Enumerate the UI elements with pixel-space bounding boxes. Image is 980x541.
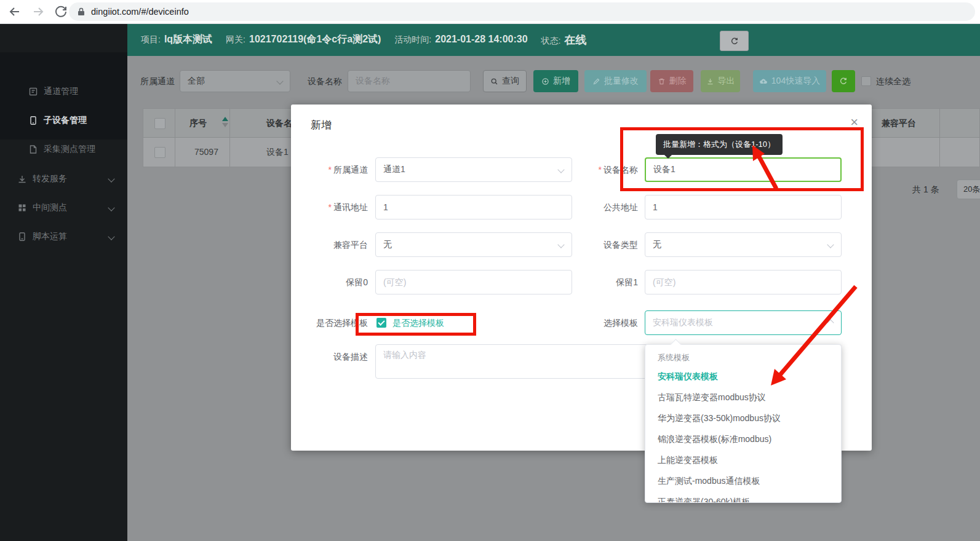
sidebar-item-label: 通道管理: [44, 86, 78, 97]
select-all-checkbox[interactable]: [861, 76, 871, 86]
public-addr-field[interactable]: [645, 195, 842, 219]
dropdown-option[interactable]: 生产测试-modbus通信模板: [645, 470, 841, 491]
device-name-placeholder: 设备名称: [356, 76, 390, 87]
reload-icon[interactable]: [54, 4, 68, 19]
back-icon[interactable]: [7, 4, 22, 19]
platform-label: 兼容平台: [291, 232, 368, 257]
refresh-icon: [839, 77, 848, 85]
template-label: 选择模板: [562, 310, 638, 335]
modal-title: 新增: [311, 118, 332, 132]
sidebar-item-channel-mgmt[interactable]: 通道管理: [0, 77, 127, 106]
close-icon[interactable]: ×: [850, 116, 858, 129]
gateway-label: 网关:: [226, 34, 245, 45]
sidebar-item-label: 采集测点管理: [44, 144, 95, 155]
header-checkbox[interactable]: [154, 118, 165, 129]
use-template-label: 是否选择模板: [291, 310, 368, 335]
refresh-icon: [730, 37, 739, 45]
device-name-label: *设备名称: [562, 157, 638, 182]
gateway-refresh-button[interactable]: [720, 31, 749, 51]
status-group: 状态: 在线: [541, 33, 587, 47]
channel-select[interactable]: 通道1: [375, 157, 572, 182]
add-button-label: 新增: [553, 76, 570, 87]
sidebar-item-middle-points[interactable]: 中间测点: [0, 193, 127, 222]
url-bar[interactable]: dingiiot.com/#/deviceinfo: [69, 2, 975, 21]
time-label: 活动时间:: [394, 34, 431, 45]
device-type-select-value: 无: [653, 239, 661, 250]
required-mark: *: [329, 202, 332, 212]
device-type-label: 设备类型: [562, 232, 638, 257]
sidebar-item-forward-service[interactable]: 转发服务: [0, 164, 127, 193]
reserve0-label: 保留0: [291, 270, 368, 294]
sidebar-item-label: 子设备管理: [44, 115, 87, 126]
cloud-upload-icon: [759, 77, 768, 85]
sidebar-item-label: 脚本运算: [33, 231, 67, 242]
template-select[interactable]: 安科瑞仪表模板: [645, 310, 842, 335]
sidebar-item-script[interactable]: 脚本运算: [0, 222, 127, 251]
dropdown-option[interactable]: 正泰逆变器(30-60k)模板: [645, 491, 841, 503]
device-filter-label: 设备名称: [308, 70, 342, 92]
reserve1-label: 保留1: [562, 270, 638, 294]
batch-add-tooltip: 批量新增：格式为（设备1-10）: [656, 134, 783, 155]
device-name-field[interactable]: [645, 157, 842, 182]
dropdown-option[interactable]: 锦浪逆变器模板(标准modbus): [645, 428, 841, 449]
project-group: 项目: lq版本测试: [141, 33, 212, 46]
row-checkbox[interactable]: [154, 147, 165, 158]
use-template-checkbox-label[interactable]: 是否选择模板: [392, 310, 444, 335]
tooltip-text: 批量新增：格式为（设备1-10）: [663, 140, 775, 149]
document-icon: [28, 144, 38, 154]
description-label: 设备描述: [291, 344, 368, 363]
tooltip-arrow: [664, 155, 672, 159]
public-addr-label: 公共地址: [562, 195, 638, 219]
time-value: 2021-01-28 14:00:30: [435, 34, 527, 45]
device-type-select[interactable]: 无: [645, 232, 842, 257]
export-button-label: 导出: [718, 76, 735, 87]
url-text: dingiiot.com/#/deviceinfo: [91, 7, 189, 17]
chevron-down-icon: [108, 233, 114, 240]
comm-addr-field[interactable]: [375, 195, 572, 219]
time-group: 活动时间: 2021-01-28 14:00:30: [394, 34, 527, 45]
delete-button[interactable]: 删除: [650, 70, 693, 92]
search-button[interactable]: 查询: [483, 70, 527, 92]
sort-icons[interactable]: [222, 117, 228, 127]
pagination-total: 共 1 条: [912, 180, 939, 199]
sidebar-item-label: 中间测点: [33, 202, 67, 213]
export-button[interactable]: 导出: [701, 70, 740, 92]
lock-icon: [78, 7, 85, 16]
reserve0-field[interactable]: [375, 270, 572, 294]
dropdown-option[interactable]: 华为逆变器(33-50k)modbus协议: [645, 408, 841, 428]
channel-filter-label: 所属通道: [140, 70, 175, 92]
sidebar-item-point-mgmt[interactable]: 采集测点管理: [0, 135, 127, 164]
search-icon: [490, 77, 498, 85]
page-size-select[interactable]: 20条/页: [957, 180, 980, 199]
channel-icon: [28, 87, 38, 97]
chevron-down-icon: [108, 204, 114, 211]
batch-edit-button[interactable]: 批量修改: [584, 70, 647, 92]
grid-icon: [17, 203, 27, 213]
col-seq-header[interactable]: 序号: [189, 109, 207, 137]
required-mark: *: [329, 165, 332, 175]
channel-filter-select[interactable]: 全部: [180, 70, 290, 92]
delete-button-label: 删除: [669, 76, 687, 87]
select-all-label: 连续全选: [876, 70, 910, 92]
row-device-cell: 设备1: [266, 137, 289, 167]
search-button-label: 查询: [502, 76, 519, 87]
platform-select[interactable]: 无: [375, 232, 572, 257]
dropdown-option[interactable]: 安科瑞仪表模板: [645, 366, 841, 387]
forward-icon[interactable]: [31, 4, 46, 19]
device-name-input[interactable]: 设备名称: [348, 70, 471, 92]
plus-circle-icon: [541, 77, 549, 85]
import-104-button[interactable]: 104快速导入: [753, 70, 826, 92]
dropdown-option[interactable]: 上能逆变器模板: [645, 449, 841, 470]
channel-label: *所属通道: [291, 157, 368, 182]
gateway-value: 1021702119(命1令c行a测2试): [249, 33, 381, 46]
dropdown-option[interactable]: 古瑞瓦特逆变器modbus协议: [645, 387, 841, 408]
platform-select-value: 无: [383, 239, 392, 250]
add-button[interactable]: 新增: [533, 70, 578, 92]
refresh-list-button[interactable]: [832, 70, 855, 92]
sidebar-item-label: 转发服务: [33, 173, 67, 184]
use-template-checkbox[interactable]: [376, 318, 386, 328]
status-badge: 在线: [564, 33, 586, 47]
reserve1-field[interactable]: [645, 270, 842, 294]
channel-select-value: 通道1: [383, 164, 405, 175]
sidebar-item-subdevice-mgmt[interactable]: 子设备管理: [0, 106, 127, 135]
